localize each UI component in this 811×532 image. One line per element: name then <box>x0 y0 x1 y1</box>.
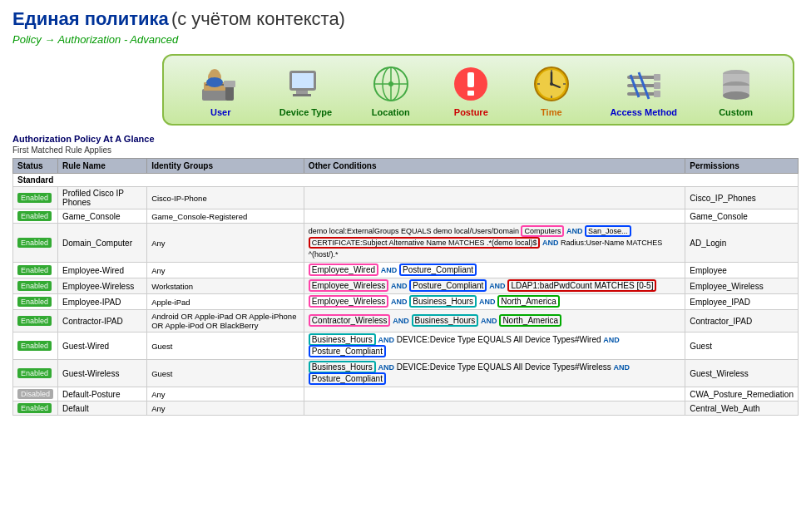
title-main: Единая политика <box>12 8 169 29</box>
section-header: Standard <box>13 174 799 187</box>
condition-posture: Posture_Compliant <box>399 264 477 276</box>
table-row: Enabled Game_Console Game_Console-Regist… <box>13 209 799 224</box>
cell-status: Enabled <box>13 310 58 332</box>
table-row: Enabled Guest-Wireless Guest Business_Ho… <box>13 360 799 387</box>
cond-emp-wireless: Employee_Wireless <box>309 279 388 292</box>
cond-san-jose: San_Jose... <box>585 225 631 237</box>
cell-permissions: Contractor_IPAD <box>685 310 799 332</box>
cond-north-am2: North_America <box>499 314 561 327</box>
status-badge: Enabled <box>17 193 52 203</box>
svg-rect-32 <box>654 74 660 81</box>
table-row: Disabled Default-Posture Any CWA_Posture… <box>13 387 799 401</box>
cell-identity-groups: Any <box>147 401 304 416</box>
cond-contractor-w: Contractor_Wireless <box>309 314 391 327</box>
table-row: Enabled Domain_Computer Any demo local:E… <box>13 224 799 263</box>
icon-location: Location <box>369 62 413 117</box>
icon-location-label: Location <box>372 107 410 117</box>
cond-posture-c: Posture_Compliant <box>409 279 487 292</box>
status-badge: Enabled <box>17 341 52 351</box>
table-row: Enabled Contractor-IPAD Android OR Apple… <box>13 310 799 332</box>
col-status: Status <box>13 159 58 174</box>
icon-custom-label: Custom <box>719 107 753 117</box>
cell-permissions: Guest_Wireless <box>685 360 799 387</box>
user-icon <box>199 62 242 106</box>
svg-rect-18 <box>467 72 474 87</box>
icon-time-label: Time <box>541 107 561 117</box>
cell-identity-groups: Any <box>147 224 304 263</box>
cond-ldap: LDAP1:badPwdCount MATCHES [0-5] <box>507 279 656 292</box>
svg-point-24 <box>550 82 553 86</box>
subtitle: Policy → Authorization - Advanced <box>12 33 799 46</box>
device-type-icon <box>284 62 328 106</box>
main-layout: Authorization Policy At A Glance First M… <box>12 134 799 416</box>
icon-posture: Posture <box>449 62 492 117</box>
title-paren: (с учётом контекста) <box>171 8 345 29</box>
svg-rect-34 <box>654 91 660 97</box>
title-row: Единая политика (с учётом контекста) <box>12 8 799 30</box>
cell-rule-name: Default-Posture <box>58 387 147 401</box>
cell-rule-name: Domain_Computer <box>58 224 147 263</box>
icon-device-type: Device Type <box>279 62 332 117</box>
cell-permissions: Employee_IPAD <box>685 294 799 310</box>
cell-permissions: Game_Console <box>685 209 799 224</box>
col-other-conditions: Other Conditions <box>304 159 685 174</box>
svg-rect-10 <box>296 91 308 94</box>
cell-identity-groups: Workstation <box>147 278 304 294</box>
status-badge: Enabled <box>17 211 52 221</box>
cell-identity-groups: Apple-iPad <box>147 294 304 310</box>
status-badge: Enabled <box>17 281 52 291</box>
cell-conditions: demo local:ExternalGroups EQUALS demo lo… <box>304 224 685 263</box>
table-row: Enabled Profiled Cisco IP Phones Cisco-I… <box>13 187 799 209</box>
col-rule-name: Rule Name <box>58 159 147 174</box>
status-badge: Enabled <box>17 238 52 248</box>
cell-identity-groups: Guest <box>147 360 304 387</box>
cell-conditions: Employee_Wireless AND Business_Hours AND… <box>304 294 685 310</box>
table-row: Enabled Default Any Central_Web_Auth <box>13 401 799 416</box>
table-row: Enabled Guest-Wired Guest Business_Hours… <box>13 332 799 360</box>
svg-rect-9 <box>292 73 314 88</box>
cell-identity-groups: Android OR Apple-iPad OR Apple-iPhone OR… <box>147 310 304 332</box>
cell-status: Enabled <box>13 278 58 294</box>
col-permissions: Permissions <box>685 159 799 174</box>
cell-conditions <box>304 401 685 416</box>
cell-rule-name: Employee-Wired <box>58 263 147 278</box>
cond-biz-h-gwl: Business_Hours <box>309 361 376 373</box>
cell-conditions <box>304 387 685 401</box>
cell-permissions: Central_Web_Auth <box>685 401 799 416</box>
icon-time: Time <box>530 62 573 117</box>
cell-identity-groups: Cisco-IP-Phone <box>147 187 304 209</box>
cond-north-am: North_America <box>497 295 560 308</box>
cond-biz-h-gw: Business_Hours <box>309 333 376 346</box>
cond-biz-hours2: Business_Hours <box>412 314 479 327</box>
status-badge: Disabled <box>17 389 53 399</box>
posture-icon <box>449 62 492 106</box>
cell-conditions: Business_Hours AND DEVICE:Device Type EQ… <box>304 360 685 387</box>
access-method-icon <box>622 62 665 106</box>
cell-permissions: Guest <box>685 332 799 360</box>
icon-bar: User Device Type <box>162 54 794 126</box>
cell-rule-name: Profiled Cisco IP Phones <box>58 187 147 209</box>
page-container: Единая политика (с учётом контекста) Pol… <box>0 0 811 424</box>
icon-access-method: Access Method <box>610 62 677 117</box>
svg-rect-0 <box>202 89 227 101</box>
cell-conditions: Employee_Wireless AND Posture_Compliant … <box>304 278 685 294</box>
cell-conditions: Contractor_Wireless AND Business_Hours A… <box>304 310 685 332</box>
time-icon <box>530 62 573 106</box>
cell-identity-groups: Any <box>147 263 304 278</box>
cell-rule-name: Default <box>58 401 147 416</box>
cond-cert: CERTIFICATE:Subject Alternative Name MAT… <box>309 237 541 249</box>
svg-point-16 <box>388 81 393 86</box>
cond-emp-wireless2: Employee_Wireless <box>309 295 388 308</box>
cell-permissions: Cisco_IP_Phones <box>685 187 799 209</box>
cond-biz-hours: Business_Hours <box>409 295 477 308</box>
svg-rect-5 <box>224 81 235 87</box>
icon-custom: Custom <box>715 62 758 117</box>
status-badge: Enabled <box>17 297 52 307</box>
cell-status: Enabled <box>13 332 58 360</box>
status-badge: Enabled <box>17 368 52 378</box>
custom-icon <box>715 62 758 106</box>
svg-rect-11 <box>293 94 311 96</box>
subtitle-text: Policy → Authorization - Advanced <box>12 33 178 46</box>
policy-table: Status Rule Name Identity Groups Other C… <box>12 158 799 416</box>
cond-posture-gwl: Posture_Compliant <box>309 372 386 385</box>
